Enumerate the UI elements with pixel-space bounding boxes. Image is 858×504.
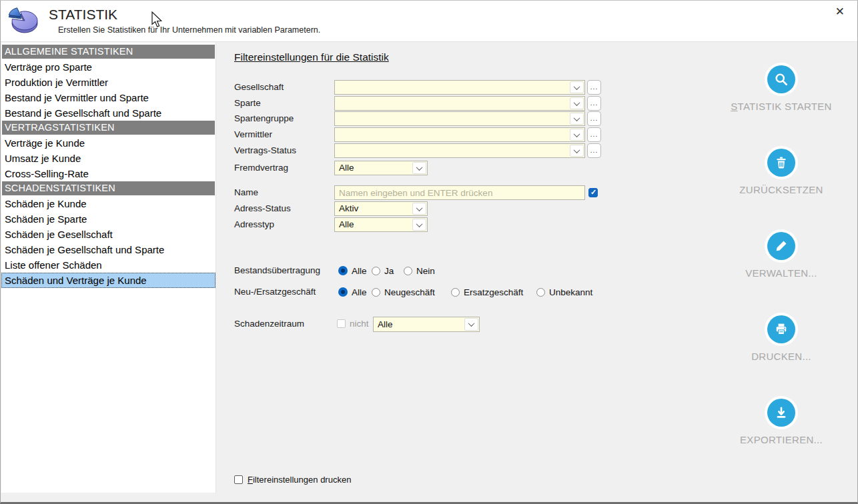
gesellschaft-combobox[interactable] bbox=[334, 80, 585, 95]
action-label: VERWALTEN... bbox=[708, 267, 855, 279]
combobox-value: Alle bbox=[378, 317, 393, 331]
radio-bestand-alle[interactable]: Alle bbox=[338, 265, 367, 276]
chevron-down-icon[interactable] bbox=[412, 219, 426, 231]
print-filter-checkbox[interactable] bbox=[234, 475, 243, 484]
statistik-starten-button[interactable]: STATISTIK STARTEN bbox=[708, 65, 855, 112]
sidebar-item-schaeden-je-sparte[interactable]: Schäden je Sparte bbox=[1, 211, 216, 227]
vermittler-combobox[interactable] bbox=[334, 127, 585, 142]
nicht-checkbox bbox=[337, 319, 346, 328]
window-header: STATISTIK Erstellen Sie Statistiken für … bbox=[1, 1, 857, 42]
schadenzeitraum-combobox[interactable]: Alle bbox=[373, 317, 480, 332]
sparte-browse-button[interactable]: ... bbox=[587, 96, 601, 111]
name-input[interactable] bbox=[334, 185, 585, 200]
spartengruppe-label: Spartengruppe bbox=[234, 111, 294, 126]
radio-icon bbox=[536, 288, 545, 297]
drucken-button[interactable]: DRUCKEN... bbox=[708, 315, 855, 362]
vertrags-status-combobox[interactable] bbox=[334, 143, 585, 158]
name-label: Name bbox=[234, 185, 258, 200]
chevron-down-icon[interactable] bbox=[570, 145, 584, 157]
radio-label: Alle bbox=[352, 266, 367, 276]
sidebar-item-vertraege-je-kunde[interactable]: Verträge je Kunde bbox=[1, 135, 216, 151]
chevron-down-icon[interactable] bbox=[570, 129, 584, 141]
chevron-down-icon[interactable] bbox=[570, 113, 584, 125]
name-filter-checkbox[interactable] bbox=[588, 188, 598, 197]
printer-icon bbox=[767, 315, 795, 343]
filter-panel-heading: Filtereinstellungen für die Statistik bbox=[234, 51, 389, 63]
sidebar-item-bestand-je-gesellschaft-und-sparte[interactable]: Bestand je Gesellschaft und Sparte bbox=[1, 105, 216, 121]
bestandsuebertragung-label: Bestandsübertragung bbox=[234, 263, 320, 278]
spartengruppe-browse-button[interactable]: ... bbox=[587, 111, 601, 126]
chevron-down-icon[interactable] bbox=[464, 318, 478, 331]
vermittler-label: Vermittler bbox=[234, 127, 272, 142]
adresstyp-label: Adresstyp bbox=[234, 217, 274, 232]
radio-checked-icon bbox=[338, 287, 348, 297]
sidebar-section-allgemeine-statistiken: ALLGEMEINE STATISTIKEN bbox=[2, 45, 215, 59]
radio-label: Alle bbox=[352, 287, 367, 297]
print-filter-settings-row[interactable]: Filtereinstellungen drucken bbox=[234, 475, 351, 485]
sidebar-section-schadenstatistiken: SCHADENSTATISTIKEN bbox=[2, 181, 215, 195]
chevron-down-icon[interactable] bbox=[570, 97, 584, 109]
radio-label: Ja bbox=[384, 266, 394, 276]
vertrags-status-label: Vertrags-Status bbox=[234, 143, 296, 158]
radio-checked-icon bbox=[338, 266, 348, 275]
sidebar-item-liste-offener-schaeden[interactable]: Liste offener Schäden bbox=[1, 257, 216, 273]
action-label: STATISTIK STARTEN bbox=[708, 101, 855, 112]
sparte-label: Sparte bbox=[234, 96, 261, 111]
search-icon bbox=[767, 65, 795, 93]
gesellschaft-label: Gesellschaft bbox=[234, 80, 284, 95]
radio-neugeschaeft[interactable]: Neugeschäft bbox=[372, 287, 435, 297]
radio-icon bbox=[451, 288, 460, 297]
page-title: STATISTIK bbox=[49, 7, 117, 23]
sidebar-section-vertragstatistiken: VERTRAGSTATISTIKEN bbox=[2, 121, 215, 135]
verwalten-button[interactable]: VERWALTEN... bbox=[708, 232, 855, 279]
sidebar-item-schaeden-je-gesellschaft-und-sparte[interactable]: Schäden je Gesellschaft und Sparte bbox=[1, 242, 216, 257]
radio-label: Ersatzgeschäft bbox=[464, 287, 523, 297]
gesellschaft-browse-button[interactable]: ... bbox=[587, 80, 601, 95]
combobox-value: Alle bbox=[339, 218, 354, 231]
pencil-icon bbox=[767, 232, 795, 260]
radio-bestand-ja[interactable]: Ja bbox=[372, 265, 394, 276]
fremdvertrag-combobox[interactable]: Alle bbox=[334, 161, 428, 175]
adresstyp-combobox[interactable]: Alle bbox=[334, 217, 428, 232]
chevron-down-icon[interactable] bbox=[412, 203, 426, 215]
adress-status-label: Adress-Status bbox=[234, 201, 291, 216]
radio-neuersatz-alle[interactable]: Alle bbox=[338, 287, 367, 297]
vertrags-status-browse-button[interactable]: ... bbox=[587, 143, 601, 158]
radio-icon bbox=[404, 267, 412, 275]
radio-icon bbox=[372, 288, 380, 297]
action-label: EXPORTIEREN... bbox=[708, 434, 855, 445]
radio-unbekannt[interactable]: Unbekannt bbox=[536, 287, 592, 297]
radio-label: Neugeschäft bbox=[384, 287, 435, 297]
action-label: ZURÜCKSETZEN bbox=[708, 184, 855, 195]
zuruecksetzen-button[interactable]: ZURÜCKSETZEN bbox=[708, 149, 855, 195]
vermittler-browse-button[interactable]: ... bbox=[587, 127, 601, 142]
sidebar-item-schaeden-je-gesellschaft[interactable]: Schäden je Gesellschaft bbox=[1, 227, 216, 242]
adress-status-combobox[interactable]: Aktiv bbox=[334, 201, 428, 216]
exportieren-button[interactable]: EXPORTIEREN... bbox=[708, 399, 855, 445]
statistik-window: STATISTIK Erstellen Sie Statistiken für … bbox=[0, 0, 858, 504]
sidebar-item-schaeden-je-kunde[interactable]: Schäden je Kunde bbox=[1, 196, 216, 211]
trash-icon bbox=[767, 149, 795, 177]
page-subtitle: Erstellen Sie Statistiken für Ihr Untern… bbox=[58, 25, 320, 35]
radio-ersatzgeschaeft[interactable]: Ersatzgeschäft bbox=[451, 287, 523, 297]
chevron-down-icon[interactable] bbox=[412, 162, 426, 174]
neu-ersatzgeschaeft-label: Neu-/Ersatzgeschäft bbox=[234, 285, 316, 299]
sidebar-item-cross-selling-rate[interactable]: Cross-Selling-Rate bbox=[1, 166, 216, 181]
close-icon[interactable]: ✕ bbox=[835, 5, 845, 19]
sparte-combobox[interactable] bbox=[334, 96, 585, 111]
sidebar-item-bestand-je-vermittler-und-sparte[interactable]: Bestand je Vermittler und Sparte bbox=[1, 90, 216, 105]
mouse-cursor-icon bbox=[151, 11, 163, 31]
chevron-down-icon[interactable] bbox=[570, 81, 584, 93]
radio-bestand-nein[interactable]: Nein bbox=[404, 265, 435, 276]
radio-icon bbox=[372, 267, 380, 275]
schadenzeitraum-label: Schadenzeitraum bbox=[234, 317, 304, 331]
combobox-value: Alle bbox=[339, 161, 354, 175]
nicht-label: nicht bbox=[350, 317, 369, 331]
sidebar-item-produktion-je-vermittler[interactable]: Produktion je Vermittler bbox=[1, 75, 216, 90]
pie-chart-icon bbox=[7, 3, 42, 38]
sidebar-item-vertraege-pro-sparte[interactable]: Verträge pro Sparte bbox=[1, 59, 216, 75]
fremdvertrag-label: Fremdvertrag bbox=[234, 161, 288, 175]
sidebar-item-schaeden-und-vertraege-je-kunde[interactable]: Schäden und Verträge je Kunde bbox=[1, 273, 216, 288]
spartengruppe-combobox[interactable] bbox=[334, 111, 585, 126]
sidebar-item-umsatz-je-kunde[interactable]: Umsatz je Kunde bbox=[1, 151, 216, 166]
